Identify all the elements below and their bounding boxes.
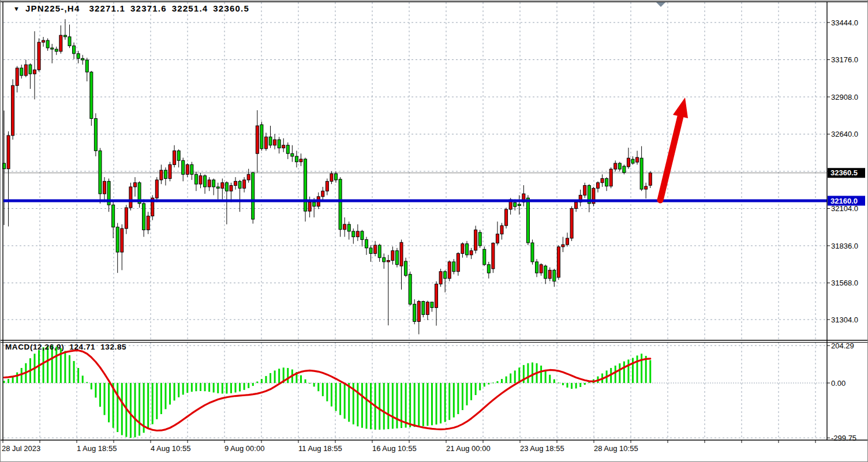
candle-body [247, 174, 250, 180]
candle-body [169, 164, 171, 178]
macd-bar [270, 373, 271, 383]
candle-body [330, 174, 333, 181]
candle-body [356, 231, 359, 237]
macd-bar [43, 347, 44, 383]
chart-shift-marker-icon[interactable] [656, 2, 665, 7]
chart-canvas[interactable]: 33444.033176.032908.032640.032104.031836… [1, 1, 867, 461]
candle-body [531, 243, 534, 262]
candle-body [374, 245, 377, 253]
candle-body [478, 232, 481, 246]
candle-body [204, 176, 207, 187]
candle-body [173, 151, 176, 164]
candle-body [313, 202, 316, 206]
macd-bar [344, 383, 346, 419]
macd-bar [562, 383, 564, 385]
candle-body [605, 179, 608, 186]
candle-body [186, 164, 189, 174]
macd-bar [501, 379, 503, 383]
macd-bar [313, 383, 315, 386]
candle-body [540, 265, 542, 273]
candle-body [291, 153, 294, 156]
candle-body [339, 179, 342, 230]
candles-layer[interactable] [3, 19, 652, 334]
macd-bar [545, 370, 547, 383]
macd-bar [396, 383, 398, 429]
macd-bar [326, 383, 328, 401]
macd-bar [130, 383, 132, 438]
candle-body [99, 151, 102, 194]
candle-body [260, 125, 263, 149]
macd-bar [383, 383, 385, 430]
candle-body [238, 181, 241, 188]
macd-bar [139, 383, 140, 435]
candle-body [387, 261, 390, 262]
macd-histogram [3, 345, 652, 438]
macd-bar [134, 383, 136, 437]
candle-body [42, 40, 45, 42]
macd-bar [21, 368, 23, 383]
candle-body [623, 166, 626, 172]
candle-body [212, 180, 215, 187]
candle-body [194, 174, 197, 184]
candle-body [645, 186, 648, 189]
ohlc-close: 32360.5 [213, 3, 249, 13]
macd-bar [204, 383, 206, 391]
macd-bar [627, 359, 629, 383]
macd-bar [405, 383, 407, 427]
symbol-dropdown-icon[interactable]: ▼ [13, 5, 20, 12]
candle-body [234, 181, 237, 185]
macd-bar [200, 383, 201, 391]
candle-body [383, 258, 386, 262]
time-axis[interactable] [1, 441, 827, 461]
candle-body [391, 251, 394, 261]
candle-body [63, 35, 66, 37]
candle-body [121, 228, 124, 252]
candle-body [73, 46, 76, 53]
support-hline[interactable] [3, 200, 827, 202]
price-axis[interactable] [827, 1, 867, 440]
candle-body [431, 302, 433, 308]
macd-bar [82, 375, 84, 383]
candle-body [409, 275, 411, 305]
candle-body [155, 180, 158, 198]
macd-bar [73, 361, 75, 383]
macd-bar [117, 383, 118, 432]
macd-bar [479, 383, 481, 390]
trend-arrow[interactable] [660, 97, 688, 200]
candle-body [448, 262, 451, 279]
candle-body [544, 266, 547, 279]
trend-arrow-head [673, 97, 688, 118]
macd-bar [418, 383, 420, 427]
macd-bar [208, 383, 210, 392]
candle-body [77, 54, 80, 58]
candle-body [395, 251, 398, 265]
macd-bar [265, 376, 267, 383]
macd-bar [261, 379, 263, 383]
macd-bar [339, 383, 341, 415]
candle-body [59, 35, 62, 51]
candle-body [51, 48, 54, 49]
candle-body [326, 181, 328, 191]
macd-bar [256, 381, 258, 383]
macd-bar [178, 383, 179, 397]
candle-body [347, 224, 350, 231]
macd-bar [462, 383, 463, 410]
macd-bar [191, 383, 193, 392]
candle-body [487, 265, 490, 273]
candle-body [609, 169, 612, 186]
candle-body [470, 251, 473, 255]
macd-bar [357, 383, 358, 426]
ohlc-high: 32371.6 [130, 3, 167, 13]
candle-body [570, 209, 573, 239]
macd-bar [632, 358, 634, 383]
macd-bar [69, 355, 70, 383]
macd-bar [152, 383, 154, 424]
macd-bar [506, 377, 507, 383]
candle-body [365, 239, 368, 247]
macd-bar [496, 381, 498, 383]
candle-body [457, 253, 459, 271]
macd-bar [615, 366, 616, 383]
macd-bar [156, 383, 158, 419]
candle-body [492, 243, 495, 269]
candle-body [413, 304, 416, 321]
